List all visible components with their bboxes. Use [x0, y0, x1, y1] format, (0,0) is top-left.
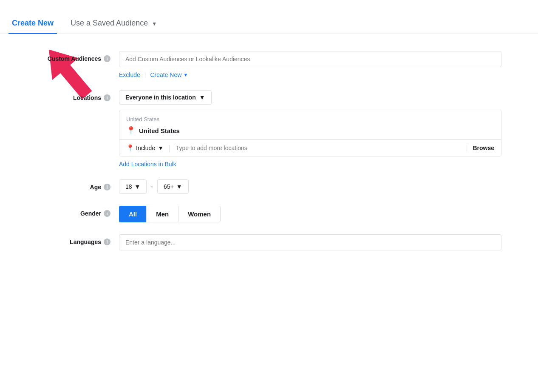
- include-dropdown-btn[interactable]: Include ▼: [136, 145, 164, 151]
- main-content: Custom Audiences i Exclude | Create New …: [0, 34, 538, 279]
- location-dropdown-arrow: ▼: [199, 94, 205, 101]
- gender-buttons: All Men Women: [119, 206, 501, 222]
- browse-separator: |: [466, 145, 468, 151]
- location-country-section: United States 📍 United States: [119, 110, 501, 139]
- create-new-btn[interactable]: Create New: [150, 71, 181, 78]
- location-dropdown-btn[interactable]: Everyone in this location ▼: [119, 90, 212, 105]
- gender-control: All Men Women: [119, 206, 501, 222]
- tab-create-new[interactable]: Create New: [8, 14, 57, 34]
- languages-row: Languages i: [25, 234, 513, 250]
- location-include-bar: 📍 Include ▼ | | Browse: [119, 139, 501, 156]
- custom-audiences-label: Custom Audiences i: [25, 51, 119, 62]
- tabs-bar: Create New Use a Saved Audience ▼: [0, 0, 538, 34]
- create-new-link[interactable]: Create New ▼: [150, 71, 188, 78]
- age-min-select[interactable]: 18 ▼: [119, 179, 147, 194]
- location-dropdown-label: Everyone in this location: [125, 94, 196, 101]
- gender-label: Gender i: [25, 206, 119, 217]
- page-container: Create New Use a Saved Audience ▼ Custom…: [0, 0, 538, 392]
- browse-btn[interactable]: Browse: [473, 145, 494, 151]
- include-separator: |: [169, 144, 171, 152]
- create-new-arrow: ▼: [183, 72, 188, 77]
- country-label: United States: [126, 116, 494, 122]
- locations-label: Locations i: [25, 90, 119, 101]
- tab-use-saved[interactable]: Use a Saved Audience ▼: [67, 14, 160, 34]
- age-max-value: 65+: [164, 183, 174, 190]
- age-control: 18 ▼ - 65+ ▼: [119, 179, 501, 194]
- exclude-link[interactable]: Exclude: [119, 71, 140, 78]
- include-arrow: ▼: [158, 145, 164, 151]
- use-saved-dropdown-arrow: ▼: [152, 21, 157, 27]
- languages-label: Languages i: [25, 234, 119, 245]
- custom-audiences-info-icon[interactable]: i: [104, 55, 110, 62]
- include-label: Include: [136, 145, 155, 151]
- locations-row: Locations i Everyone in this location ▼ …: [25, 90, 513, 168]
- locations-control: Everyone in this location ▼ United State…: [119, 90, 501, 168]
- gender-all-btn[interactable]: All: [119, 206, 146, 222]
- gender-women-btn[interactable]: Women: [178, 206, 221, 222]
- age-max-arrow: ▼: [176, 183, 182, 190]
- include-pin-icon: 📍: [126, 144, 134, 152]
- age-max-select[interactable]: 65+ ▼: [157, 179, 189, 194]
- age-info-icon[interactable]: i: [104, 184, 110, 190]
- gender-info-icon[interactable]: i: [104, 210, 110, 217]
- gender-row: Gender i All Men Women: [25, 206, 513, 222]
- age-min-arrow: ▼: [135, 183, 141, 190]
- age-row: Age i 18 ▼ - 65+ ▼: [25, 179, 513, 194]
- pin-icon: 📍: [126, 126, 136, 135]
- age-label: Age i: [25, 179, 119, 190]
- country-name: United States: [139, 127, 180, 134]
- languages-info-icon[interactable]: i: [104, 239, 110, 245]
- country-item: 📍 United States: [126, 126, 494, 135]
- custom-audiences-row: Custom Audiences i Exclude | Create New …: [25, 51, 513, 78]
- audiences-links: Exclude | Create New ▼: [119, 71, 501, 78]
- age-min-value: 18: [125, 183, 132, 190]
- languages-control: [119, 234, 501, 250]
- add-bulk-link[interactable]: Add Locations in Bulk: [119, 161, 501, 168]
- use-saved-label: Use a Saved Audience: [71, 19, 148, 27]
- age-dash: -: [151, 183, 153, 190]
- custom-audiences-control: Exclude | Create New ▼: [119, 51, 501, 78]
- gender-men-btn[interactable]: Men: [146, 206, 178, 222]
- location-box: United States 📍 United States 📍 Include …: [119, 110, 501, 156]
- languages-input[interactable]: [119, 234, 501, 250]
- custom-audiences-input[interactable]: [119, 51, 501, 67]
- age-selectors: 18 ▼ - 65+ ▼: [119, 179, 501, 194]
- link-separator: |: [144, 71, 146, 78]
- locations-info-icon[interactable]: i: [104, 94, 110, 101]
- location-search-input[interactable]: [176, 145, 461, 151]
